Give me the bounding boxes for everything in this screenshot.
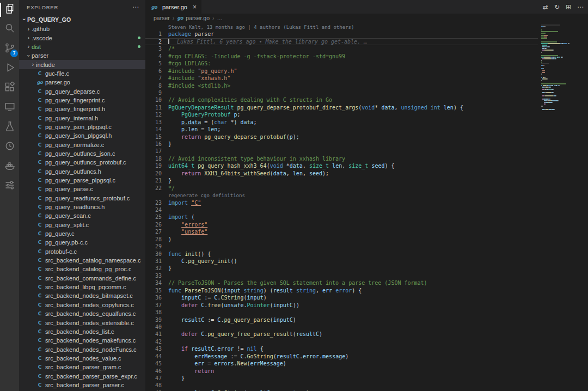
tree-file-src_backend_parser_parser.c[interactable]: Csrc_backend_parser_parser.c xyxy=(19,381,145,389)
breadcrumb-symbol[interactable]: … xyxy=(217,15,223,21)
line-number[interactable]: 39 xyxy=(145,316,162,323)
split-editor-icon[interactable]: ⊞ xyxy=(566,3,571,11)
tree-file-pg_query_json_plpgsql.h[interactable]: Cpg_query_json_plpgsql.h xyxy=(19,131,145,140)
line-number[interactable]: 38 xyxy=(145,309,162,316)
tree-file-pg_query_parse_plpgsql.c[interactable]: Cpg_query_parse_plpgsql.c xyxy=(19,176,145,185)
line-number[interactable] xyxy=(145,192,162,199)
line-number[interactable]: 32 xyxy=(145,265,162,272)
tree-file-protobuf-c.c[interactable]: Cprotobuf-c.c xyxy=(19,247,145,256)
line-number[interactable]: 25 xyxy=(145,213,162,221)
refresh-icon[interactable]: ↻ xyxy=(554,3,560,11)
line-number[interactable]: 22 xyxy=(145,185,162,192)
line-number[interactable]: 42 xyxy=(145,338,162,345)
tree-file-guc-file.c[interactable]: Cguc-file.c xyxy=(19,69,145,78)
codelens-text[interactable]: regenerate cgo definitions xyxy=(168,193,245,198)
line-number[interactable]: 47 xyxy=(145,375,162,382)
line-number[interactable]: 6 xyxy=(145,68,162,75)
tree-file-pg_query_parse.c[interactable]: Cpg_query_parse.c xyxy=(19,185,145,193)
line-number[interactable]: 23 xyxy=(145,199,162,206)
line-number[interactable]: 8 xyxy=(145,82,162,89)
tree-file-pg_query_fingerprint.h[interactable]: Cpg_query_fingerprint.h xyxy=(19,105,145,113)
tree-file-src_backend_commands_define.c[interactable]: Csrc_backend_commands_define.c xyxy=(19,274,145,283)
tree-file-pg_query_readfuncs.h[interactable]: Cpg_query_readfuncs.h xyxy=(19,203,145,211)
tab-parser-go[interactable]: go parser.go × xyxy=(145,0,201,14)
line-number[interactable]: 19 xyxy=(145,162,162,169)
breadcrumb-file[interactable]: parser.go xyxy=(186,15,210,21)
line-number[interactable]: 11 xyxy=(145,104,162,111)
tree-file-pg_query_split.c[interactable]: Cpg_query_split.c xyxy=(19,221,145,229)
tree-file-src_backend_nodes_nodeFuncs.c[interactable]: Csrc_backend_nodes_nodeFuncs.c xyxy=(19,345,145,353)
line-number[interactable]: 44 xyxy=(145,353,162,360)
tree-file-src_backend_nodes_bitmapset.c[interactable]: Csrc_backend_nodes_bitmapset.c xyxy=(19,291,145,300)
settings-sliders-activity-button[interactable] xyxy=(0,176,19,196)
clock-activity-button[interactable] xyxy=(0,137,19,157)
tree-folder-dist[interactable]: ›dist xyxy=(19,42,145,51)
line-number[interactable]: 45 xyxy=(145,360,162,367)
line-number[interactable]: 34 xyxy=(145,279,162,286)
tree-file-pg_query.c[interactable]: Cpg_query.c xyxy=(19,229,145,238)
line-number[interactable]: 7 xyxy=(145,75,162,82)
line-number[interactable]: 37 xyxy=(145,302,162,309)
tree-file-pg_query_outfuncs_json.c[interactable]: Cpg_query_outfuncs_json.c xyxy=(19,149,145,158)
tree-file-src_backend_parser_parse_expr.c[interactable]: Csrc_backend_parser_parse_expr.c xyxy=(19,371,145,380)
line-number[interactable]: 27 xyxy=(145,228,162,235)
line-number[interactable]: 5 xyxy=(145,60,162,67)
extensions-activity-button[interactable] xyxy=(0,78,19,98)
tree-file-pg_query_internal.h[interactable]: Cpg_query_internal.h xyxy=(19,113,145,122)
more-actions-icon[interactable]: ⋯ xyxy=(577,3,584,11)
line-number[interactable]: 9 xyxy=(145,89,162,96)
tree-file-pg_query_readfuncs_protobuf.c[interactable]: Cpg_query_readfuncs_protobuf.c xyxy=(19,194,145,203)
line-number[interactable]: 14 xyxy=(145,126,162,133)
line-number[interactable]: 40 xyxy=(145,323,162,331)
tree-file-src_backend_nodes_equalfuncs.c[interactable]: Csrc_backend_nodes_equalfuncs.c xyxy=(19,309,145,318)
line-number[interactable]: 36 xyxy=(145,294,162,301)
tree-folder-parser[interactable]: ›parser xyxy=(19,51,145,60)
tree-folder-include[interactable]: ›include xyxy=(19,60,145,69)
line-number[interactable]: 26 xyxy=(145,221,162,228)
line-number[interactable]: 31 xyxy=(145,258,162,265)
search-activity-button[interactable] xyxy=(0,20,19,39)
line-number[interactable]: 17 xyxy=(145,148,162,155)
docker-activity-button[interactable] xyxy=(0,157,19,176)
line-number[interactable]: 29 xyxy=(145,243,162,250)
tree-file-parser.go[interactable]: goparser.go xyxy=(19,78,145,87)
tree-file-src_backend_libpq_pqcomm.c[interactable]: Csrc_backend_libpq_pqcomm.c xyxy=(19,283,145,291)
tree-file-pg_query_deparse.c[interactable]: Cpg_query_deparse.c xyxy=(19,87,145,95)
tree-file-pg_query_outfuncs_protobuf.c[interactable]: Cpg_query_outfuncs_protobuf.c xyxy=(19,158,145,167)
tree-file-src_backend_nodes_copyfuncs.c[interactable]: Csrc_backend_nodes_copyfuncs.c xyxy=(19,301,145,309)
tree-file-src_backend_parser_gram.c[interactable]: Csrc_backend_parser_gram.c xyxy=(19,363,145,371)
close-tab-icon[interactable]: × xyxy=(193,3,197,11)
line-number[interactable]: 30 xyxy=(145,251,162,258)
line-number[interactable]: 43 xyxy=(145,345,162,352)
tree-file-pg_query_scan.c[interactable]: Cpg_query_scan.c xyxy=(19,211,145,220)
line-number[interactable]: 4 xyxy=(145,53,162,60)
line-number[interactable]: 24 xyxy=(145,206,162,213)
tree-file-src_backend_catalog_namespace.c[interactable]: Csrc_backend_catalog_namespace.c xyxy=(19,256,145,265)
tree-file-pg_query_outfuncs.h[interactable]: Cpg_query_outfuncs.h xyxy=(19,167,145,176)
codelens-text[interactable]: Steven Kalt, 13 months ago | 4 authors (… xyxy=(168,25,354,30)
tree-file-src_backend_nodes_makefuncs.c[interactable]: Csrc_backend_nodes_makefuncs.c xyxy=(19,336,145,345)
source-control-activity-button[interactable]: 7 xyxy=(0,39,19,59)
line-number[interactable]: 3 xyxy=(145,45,162,52)
line-number[interactable]: 28 xyxy=(145,236,162,243)
tree-folder-.vscode[interactable]: ›.vscode xyxy=(19,33,145,42)
tree-file-pg_query.pb-c.c[interactable]: Cpg_query.pb-c.c xyxy=(19,238,145,247)
line-number[interactable]: 13 xyxy=(145,119,162,126)
workspace-root-row[interactable]: › PG_QUERY_GO xyxy=(19,14,145,25)
line-number[interactable]: 15 xyxy=(145,133,162,140)
line-number[interactable]: 16 xyxy=(145,140,162,148)
line-number[interactable]: 35 xyxy=(145,287,162,294)
line-number[interactable]: 33 xyxy=(145,272,162,279)
line-number[interactable]: 20 xyxy=(145,170,162,177)
code-editor[interactable]: Steven Kalt, 13 months ago | 4 authors (… xyxy=(145,22,538,391)
line-number[interactable]: 46 xyxy=(145,368,162,375)
tree-file-pg_query_fingerprint.c[interactable]: Cpg_query_fingerprint.c xyxy=(19,96,145,105)
testing-activity-button[interactable] xyxy=(0,118,19,137)
explorer-more-actions-icon[interactable]: ⋯ xyxy=(132,3,139,11)
tree-file-src_backend_nodes_extensible.c[interactable]: Csrc_backend_nodes_extensible.c xyxy=(19,318,145,327)
line-number[interactable]: 12 xyxy=(145,111,162,118)
line-number[interactable]: 48 xyxy=(145,382,162,389)
line-number[interactable]: 1 xyxy=(145,30,162,38)
line-number[interactable]: 18 xyxy=(145,155,162,162)
tree-file-src_backend_nodes_value.c[interactable]: Csrc_backend_nodes_value.c xyxy=(19,354,145,363)
